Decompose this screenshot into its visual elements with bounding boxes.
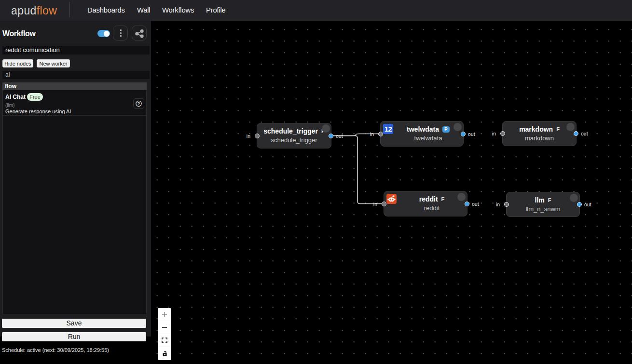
svg-text:?: ? (137, 101, 140, 106)
